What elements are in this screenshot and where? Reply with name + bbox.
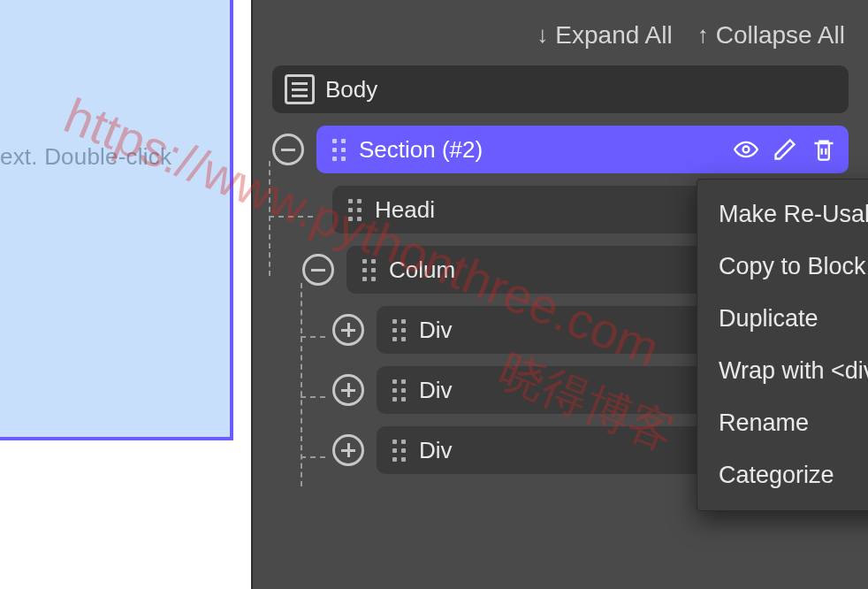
menu-item-categorize[interactable]: Categorize <box>697 449 868 501</box>
canvas-placeholder-text: ext. Double-click <box>0 143 171 171</box>
collapse-all-label: Collapse All <box>716 21 845 50</box>
node-body[interactable]: Body <box>272 65 849 113</box>
menu-item-copy-to-block[interactable]: Copy to Block <box>697 241 868 293</box>
expand-toggle-icon[interactable] <box>332 314 364 346</box>
menu-item-duplicate[interactable]: Duplicate <box>697 293 868 345</box>
node-label: Div <box>419 317 453 344</box>
node-label: Body <box>325 76 377 103</box>
eye-icon[interactable] <box>734 137 758 162</box>
context-menu: Make Re-Usable Copy to Block Duplicate W… <box>697 179 868 511</box>
collapse-toggle-icon[interactable] <box>302 254 334 286</box>
node-label: Headi <box>375 196 435 224</box>
menu-item-make-reusable[interactable]: Make Re-Usable <box>697 188 868 241</box>
drag-handle-icon[interactable] <box>389 318 408 341</box>
menu-item-wrap-with-div[interactable]: Wrap with <div> <box>697 345 868 397</box>
panel-toolbar: ↓ Expand All ↑ Collapse All <box>253 0 868 65</box>
tree-row-section[interactable]: Section (#2) <box>272 126 849 173</box>
trash-icon[interactable] <box>811 137 836 162</box>
collapse-all-button[interactable]: ↑ Collapse All <box>697 21 845 50</box>
structure-panel: ↓ Expand All ↑ Collapse All Body Se <box>251 0 868 589</box>
menu-item-rename[interactable]: Rename <box>697 397 868 449</box>
drag-handle-icon[interactable] <box>389 439 408 462</box>
collapse-toggle-icon[interactable] <box>272 134 304 165</box>
node-section[interactable]: Section (#2) <box>316 126 849 173</box>
canvas-selection-box[interactable]: ext. Double-click <box>0 0 233 440</box>
canvas-pane: ext. Double-click <box>0 0 251 589</box>
body-icon <box>285 74 315 104</box>
arrow-down-icon: ↓ <box>537 21 548 49</box>
expand-all-label: Expand All <box>555 21 672 50</box>
node-label: Div <box>419 377 453 404</box>
drag-handle-icon[interactable] <box>389 379 408 402</box>
node-actions <box>734 137 836 162</box>
expand-toggle-icon[interactable] <box>332 434 364 466</box>
drag-handle-icon[interactable] <box>345 198 364 221</box>
edit-icon[interactable] <box>773 137 797 162</box>
drag-handle-icon[interactable] <box>359 258 378 281</box>
arrow-up-icon: ↑ <box>697 21 709 49</box>
expand-all-button[interactable]: ↓ Expand All <box>537 21 672 50</box>
node-label: Colum <box>389 256 455 284</box>
tree-row-body[interactable]: Body <box>272 65 849 113</box>
tree-connector <box>269 161 270 276</box>
node-label: Section (#2) <box>359 136 483 164</box>
node-label: Div <box>419 437 453 464</box>
expand-toggle-icon[interactable] <box>332 374 364 406</box>
drag-handle-icon[interactable] <box>329 138 348 161</box>
svg-point-0 <box>743 147 750 153</box>
